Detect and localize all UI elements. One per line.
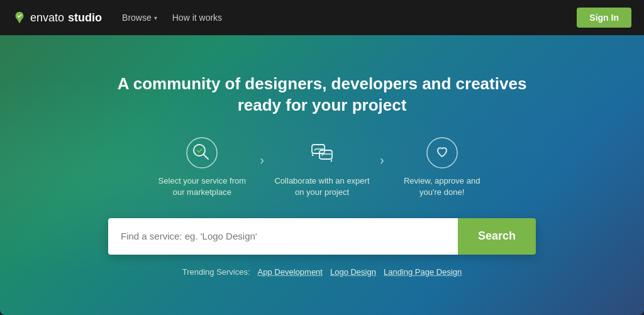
trending-app-development[interactable]: App Development — [258, 267, 323, 277]
step-3: Review, approve and you're done! — [392, 136, 492, 198]
step-arrow-1: › — [260, 153, 264, 167]
step-1-label: Select your service from our marketplace — [152, 175, 252, 198]
signin-button[interactable]: Sign In — [577, 8, 631, 28]
trending-label: Trending Services: — [182, 267, 250, 277]
svg-rect-4 — [319, 150, 332, 159]
nav-links: Browse ▾ How it works — [122, 13, 577, 23]
step-3-icon — [426, 136, 458, 169]
search-input[interactable] — [108, 218, 458, 255]
trending-logo-design[interactable]: Logo Design — [330, 267, 376, 277]
navbar: envatostudio Browse ▾ How it works Sign … — [0, 0, 644, 35]
logo: envatostudio — [13, 11, 102, 25]
steps-container: Select your service from our marketplace… — [152, 136, 492, 198]
step-2: Collaborate with an expert on your proje… — [272, 136, 372, 198]
step-1: Select your service from our marketplace — [152, 136, 252, 198]
chevron-down-icon: ▾ — [154, 14, 157, 21]
search-button[interactable]: Search — [458, 218, 536, 255]
trending-services: Trending Services: App Development Logo … — [182, 267, 462, 277]
step-arrow-2: › — [380, 153, 384, 167]
envato-icon — [13, 11, 26, 25]
step-1-icon — [186, 136, 218, 169]
search-bar: Search — [108, 218, 536, 255]
nav-how-it-works[interactable]: How it works — [172, 13, 222, 23]
step-2-icon — [306, 136, 338, 169]
app-window: envatostudio Browse ▾ How it works Sign … — [0, 0, 644, 315]
nav-browse[interactable]: Browse ▾ — [122, 13, 157, 23]
svg-line-2 — [204, 154, 209, 159]
hero-section: A community of designers, developers and… — [0, 35, 644, 315]
svg-point-0 — [187, 138, 217, 168]
trending-landing-page-design[interactable]: Landing Page Design — [384, 267, 462, 277]
logo-studio-text: studio — [68, 11, 102, 25]
hero-title: A community of designers, developers and… — [102, 74, 542, 116]
step-2-label: Collaborate with an expert on your proje… — [272, 175, 372, 198]
logo-envato-text: envato — [30, 11, 64, 25]
step-3-label: Review, approve and you're done! — [392, 175, 492, 198]
